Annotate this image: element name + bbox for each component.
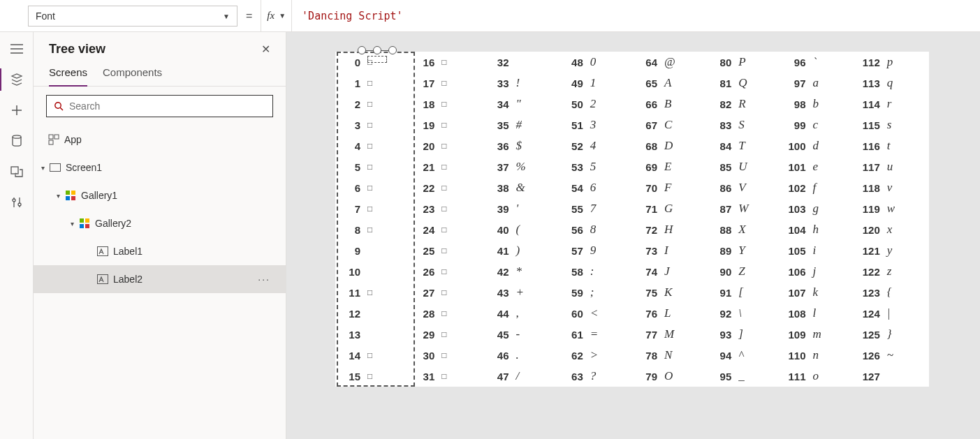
ascii-cell[interactable]: 61= [558,324,632,345]
ascii-cell[interactable]: 101e [781,156,855,177]
ascii-cell[interactable]: 86V [706,177,780,198]
ascii-cell[interactable]: 27□ [409,282,483,303]
ascii-cell[interactable]: 94^ [706,345,780,366]
ascii-cell[interactable]: 13 [335,324,409,345]
ascii-cell[interactable]: 3□ [335,114,409,135]
ascii-cell[interactable]: 19□ [409,114,483,135]
ascii-cell[interactable]: 0□ [335,52,409,73]
tree-item-label1[interactable]: Label1 [34,237,286,265]
ascii-cell[interactable]: 88X [706,219,780,240]
data-icon[interactable] [10,134,24,148]
ascii-cell[interactable]: 7□ [335,198,409,219]
ascii-cell[interactable]: 114r [855,94,929,114]
ascii-cell[interactable]: 63? [558,366,632,387]
ascii-cell[interactable]: 122z [855,261,929,282]
ascii-cell[interactable]: 25□ [409,240,483,261]
ascii-cell[interactable]: 33! [484,73,558,94]
ascii-cell[interactable]: 26□ [409,261,483,282]
ascii-cell[interactable]: 1□ [335,73,409,94]
search-input[interactable] [69,101,265,112]
ascii-cell[interactable]: 118v [855,177,929,198]
ascii-cell[interactable]: 117u [855,156,929,177]
ascii-cell[interactable]: 568 [558,219,632,240]
ascii-cell[interactable]: 15□ [335,366,409,387]
ascii-cell[interactable]: 44, [484,303,558,324]
ascii-cell[interactable]: 45- [484,324,558,345]
ascii-cell[interactable]: 29□ [409,324,483,345]
ascii-cell[interactable]: 105i [781,240,855,261]
ascii-cell[interactable]: 115s [855,114,929,135]
ascii-cell[interactable]: 46. [484,345,558,366]
ascii-cell[interactable]: 557 [558,198,632,219]
ascii-cell[interactable]: 72H [632,219,706,240]
ascii-cell[interactable]: 34" [484,94,558,114]
ascii-cell[interactable]: 31□ [409,366,483,387]
ascii-cell[interactable]: 124| [855,303,929,324]
ascii-cell[interactable]: 107k [781,282,855,303]
ascii-cell[interactable]: 6□ [335,177,409,198]
ascii-cell[interactable]: 18□ [409,94,483,114]
ascii-cell[interactable]: 68D [632,135,706,156]
ascii-cell[interactable]: 8□ [335,219,409,240]
ascii-cell[interactable]: 83S [706,114,780,135]
ascii-cell[interactable]: 546 [558,177,632,198]
ascii-cell[interactable]: 73I [632,240,706,261]
ascii-cell[interactable]: 91[ [706,282,780,303]
ascii-cell[interactable]: 513 [558,114,632,135]
ascii-cell[interactable]: 12 [335,303,409,324]
tree-item-gallery2[interactable]: ▾ Gallery2 [34,209,286,237]
ascii-cell[interactable]: 69E [632,156,706,177]
tree-item-app[interactable]: App [34,126,286,154]
media-icon[interactable] [10,165,24,179]
close-icon[interactable]: ✕ [261,43,270,56]
ascii-cell[interactable]: 66B [632,94,706,114]
ascii-cell[interactable]: 121y [855,240,929,261]
ascii-cell[interactable]: 79O [632,366,706,387]
tree-item-label2[interactable]: Label2 ··· [34,265,286,293]
ascii-cell[interactable]: 4□ [335,135,409,156]
ascii-cell[interactable]: 28□ [409,303,483,324]
ascii-cell[interactable]: 17□ [409,73,483,94]
ascii-cell[interactable]: 116t [855,135,929,156]
ascii-cell[interactable]: 98b [781,94,855,114]
ascii-cell[interactable]: 84T [706,135,780,156]
ascii-cell[interactable]: 38& [484,177,558,198]
ascii-cell[interactable]: 30□ [409,345,483,366]
tab-components[interactable]: Components [103,62,162,86]
ascii-cell[interactable]: 90Z [706,261,780,282]
ascii-cell[interactable]: 35# [484,114,558,135]
ascii-cell[interactable]: 81Q [706,73,780,94]
ascii-cell[interactable]: 111o [781,366,855,387]
ascii-cell[interactable]: 76L [632,303,706,324]
ascii-cell[interactable]: 39' [484,198,558,219]
property-dropdown[interactable]: Font ▼ [28,6,237,27]
ascii-cell[interactable]: 104h [781,219,855,240]
ascii-cell[interactable]: 123{ [855,282,929,303]
ascii-cell[interactable]: 36$ [484,135,558,156]
ascii-cell[interactable]: 58: [558,261,632,282]
ascii-cell[interactable]: 59; [558,282,632,303]
ascii-cell[interactable]: 82R [706,94,780,114]
ascii-cell[interactable]: 11□ [335,282,409,303]
tree-view-icon[interactable] [10,73,24,87]
more-icon[interactable]: ··· [258,274,270,285]
ascii-cell[interactable]: 24□ [409,219,483,240]
tree-search[interactable] [46,95,273,117]
ascii-cell[interactable]: 95_ [706,366,780,387]
ascii-cell[interactable]: 16□ [409,52,483,73]
ascii-cell[interactable]: 9 [335,240,409,261]
ascii-cell[interactable]: 80P [706,52,780,73]
fx-button[interactable]: fx ▼ [261,0,292,31]
ascii-cell[interactable]: 41) [484,240,558,261]
tools-icon[interactable] [10,195,24,209]
ascii-cell[interactable]: 127 [855,366,929,387]
ascii-cell[interactable]: 32 [484,52,558,73]
ascii-cell[interactable]: 92\ [706,303,780,324]
ascii-cell[interactable]: 524 [558,135,632,156]
ascii-cell[interactable]: 120x [855,219,929,240]
canvas-area[interactable]: 0□1□2□3□4□5□6□7□8□91011□121314□15□16□17□… [286,32,980,439]
ascii-cell[interactable]: 110n [781,345,855,366]
ascii-cell[interactable]: 20□ [409,135,483,156]
ascii-cell[interactable]: 99c [781,114,855,135]
ascii-cell[interactable]: 67C [632,114,706,135]
